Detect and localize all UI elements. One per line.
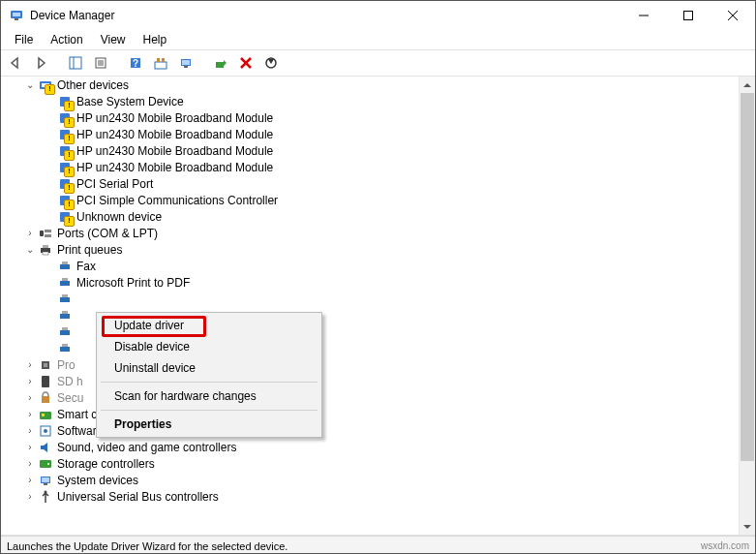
printer-icon bbox=[57, 341, 73, 356]
menu-scan-hardware[interactable]: Scan for hardware changes bbox=[99, 385, 319, 407]
category-sound[interactable]: ›Sound, video and game controllers bbox=[1, 439, 755, 455]
properties-button[interactable] bbox=[90, 52, 111, 74]
context-menu: Update driver Disable device Uninstall d… bbox=[96, 312, 322, 438]
expand-icon[interactable]: › bbox=[22, 407, 38, 422]
action-button[interactable] bbox=[150, 52, 171, 74]
disable-button[interactable] bbox=[260, 52, 282, 74]
device-item[interactable]: Fax bbox=[1, 258, 755, 274]
scroll-thumb[interactable] bbox=[741, 93, 754, 461]
status-bar: Launches the Update Driver Wizard for th… bbox=[1, 536, 755, 554]
window-title: Device Manager bbox=[30, 9, 621, 22]
label: Pro bbox=[57, 357, 76, 372]
svg-rect-47 bbox=[60, 314, 70, 319]
svg-rect-45 bbox=[60, 297, 70, 302]
device-item-selected[interactable] bbox=[1, 291, 755, 307]
svg-rect-42 bbox=[62, 262, 68, 264]
label: Unknown device bbox=[76, 209, 162, 224]
card-icon bbox=[38, 407, 53, 422]
menu-action[interactable]: Action bbox=[43, 31, 90, 48]
expand-icon[interactable]: › bbox=[22, 440, 38, 455]
menu-disable-device[interactable]: Disable device bbox=[99, 336, 319, 357]
device-item[interactable]: HP un2430 Mobile Broadband Module bbox=[1, 159, 755, 175]
separator bbox=[55, 52, 61, 74]
svg-rect-4 bbox=[684, 12, 693, 20]
help-button[interactable]: ? bbox=[125, 52, 146, 74]
menu-uninstall-device[interactable]: Uninstall device bbox=[99, 357, 319, 379]
expand-icon[interactable]: › bbox=[22, 456, 38, 472]
label: HP un2430 Mobile Broadband Module bbox=[76, 110, 273, 125]
device-item[interactable]: Microsoft Print to PDF bbox=[1, 274, 755, 291]
scroll-up-button[interactable] bbox=[740, 77, 755, 93]
expand-icon[interactable]: › bbox=[22, 357, 38, 373]
category-system[interactable]: ›System devices bbox=[1, 472, 755, 488]
vertical-scrollbar[interactable] bbox=[739, 77, 755, 535]
expand-icon[interactable]: › bbox=[22, 226, 38, 241]
show-hide-tree-button[interactable] bbox=[65, 52, 86, 74]
label: Ports (COM & LPT) bbox=[57, 226, 158, 240]
menu-view[interactable]: View bbox=[93, 31, 134, 48]
device-item[interactable]: HP un2430 Mobile Broadband Module bbox=[1, 126, 755, 142]
svg-rect-33 bbox=[60, 196, 70, 205]
device-tree[interactable]: ⌄ Other devices Base System Device HP un… bbox=[1, 77, 755, 536]
scan-hardware-button[interactable] bbox=[175, 52, 197, 74]
status-text: Launches the Update Driver Wizard for th… bbox=[7, 540, 287, 552]
close-button[interactable] bbox=[711, 1, 755, 30]
security-icon bbox=[38, 390, 53, 406]
device-item[interactable]: HP un2430 Mobile Broadband Module bbox=[1, 142, 755, 159]
svg-rect-29 bbox=[60, 130, 70, 139]
svg-rect-2 bbox=[15, 18, 18, 20]
update-driver-button[interactable] bbox=[210, 52, 231, 74]
category-storage[interactable]: ›Storage controllers bbox=[1, 455, 755, 472]
label: PCI Simple Communications Controller bbox=[76, 193, 278, 207]
expand-icon[interactable]: › bbox=[22, 423, 38, 439]
back-button[interactable] bbox=[5, 52, 26, 74]
separator bbox=[115, 52, 121, 74]
menu-file[interactable]: File bbox=[7, 31, 41, 48]
expand-icon[interactable]: › bbox=[22, 390, 38, 406]
device-item[interactable]: Base System Device bbox=[1, 93, 755, 109]
scroll-down-button[interactable] bbox=[740, 518, 755, 535]
svg-rect-30 bbox=[60, 146, 70, 156]
device-icon bbox=[57, 193, 73, 208]
uninstall-button[interactable] bbox=[235, 52, 257, 74]
category-ports[interactable]: ›Ports (COM & LPT) bbox=[1, 225, 755, 241]
svg-point-60 bbox=[44, 429, 47, 433]
forward-button[interactable] bbox=[30, 52, 51, 74]
svg-point-62 bbox=[47, 463, 49, 465]
menu-bar: File Action View Help bbox=[1, 30, 755, 49]
minimize-button[interactable] bbox=[621, 1, 666, 30]
menu-help[interactable]: Help bbox=[136, 31, 175, 48]
collapse-icon[interactable]: ⌄ bbox=[22, 242, 38, 258]
svg-rect-64 bbox=[42, 477, 49, 482]
collapse-icon[interactable]: ⌄ bbox=[22, 77, 38, 93]
svg-rect-58 bbox=[42, 414, 45, 416]
printer-icon bbox=[57, 324, 73, 340]
menu-divider bbox=[101, 382, 318, 383]
svg-rect-49 bbox=[60, 330, 70, 335]
expand-icon[interactable]: › bbox=[22, 473, 38, 488]
device-item[interactable]: PCI Simple Communications Controller bbox=[1, 192, 755, 208]
svg-rect-28 bbox=[60, 113, 70, 123]
category-print-queues[interactable]: ⌄Print queues bbox=[1, 241, 755, 258]
svg-rect-54 bbox=[44, 363, 47, 367]
svg-rect-1 bbox=[13, 13, 20, 16]
device-item[interactable]: PCI Serial Port bbox=[1, 175, 755, 192]
label: Other devices bbox=[57, 77, 129, 92]
menu-properties[interactable]: Properties bbox=[99, 414, 319, 435]
expand-icon[interactable]: › bbox=[22, 374, 38, 389]
category-other-devices[interactable]: ⌄ Other devices bbox=[1, 77, 755, 93]
svg-rect-37 bbox=[45, 234, 51, 237]
label: Scan for hardware changes bbox=[114, 389, 257, 403]
label: Disable device bbox=[114, 340, 190, 354]
device-item[interactable]: Unknown device bbox=[1, 208, 755, 225]
system-icon bbox=[38, 473, 53, 488]
device-item[interactable]: HP un2430 Mobile Broadband Module bbox=[1, 109, 755, 126]
category-usb[interactable]: ›Universal Serial Bus controllers bbox=[1, 488, 755, 505]
expand-icon[interactable]: › bbox=[22, 489, 38, 505]
svg-rect-52 bbox=[62, 344, 68, 347]
label: HP un2430 Mobile Broadband Module bbox=[76, 143, 273, 158]
svg-rect-65 bbox=[44, 483, 47, 485]
menu-update-driver[interactable]: Update driver bbox=[99, 315, 319, 336]
label: Storage controllers bbox=[57, 456, 155, 471]
maximize-button[interactable] bbox=[666, 1, 711, 30]
